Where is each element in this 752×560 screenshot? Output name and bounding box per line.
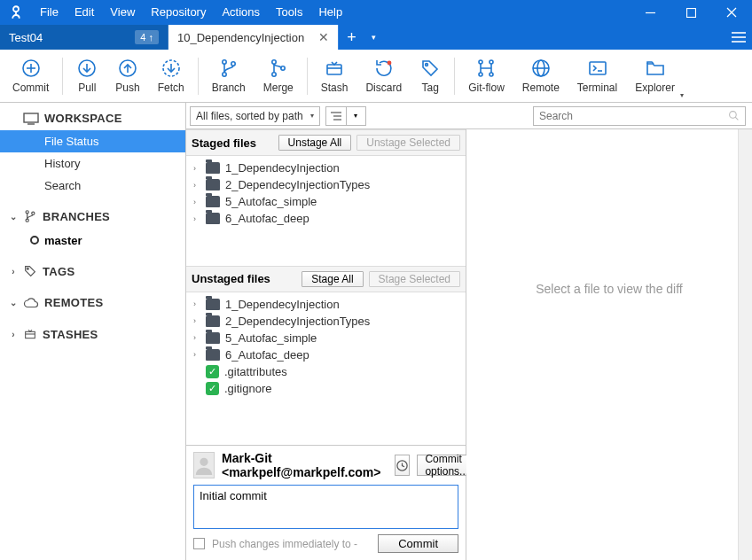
unstage-selected-button[interactable]: Unstage Selected [356,135,460,151]
commit-button[interactable]: Commit [378,534,458,553]
terminal-tool[interactable]: Terminal [568,56,626,96]
file-row[interactable]: ›1_DependecyInjection [186,159,466,176]
chevron-right-icon: › [193,316,200,325]
svg-point-36 [26,211,28,214]
file-row[interactable]: ›1_DependecyInjection [186,296,466,313]
menu-tools[interactable]: Tools [268,0,310,25]
minimize-button[interactable] [630,0,670,25]
search-input[interactable] [539,110,717,122]
file-filter-combo[interactable]: All files, sorted by path ▾ [190,106,320,126]
workspace-header[interactable]: › WORKSPACE [0,106,185,130]
menu-actions[interactable]: Actions [214,0,268,25]
file-row[interactable]: ›✓.gitattributes [186,363,466,380]
svg-point-18 [223,73,226,76]
file-row[interactable]: ›2_DependecyInjectionTypes [186,313,466,330]
commit-history-button[interactable] [395,455,410,476]
tool-label: Push [115,82,139,94]
svg-point-19 [231,62,235,66]
tab-inactive[interactable]: Test04 4 ↑ [0,25,168,50]
svg-point-24 [387,61,391,66]
pane-title: Unstaged files [192,272,270,285]
maximize-button[interactable] [670,0,711,25]
folder-icon [206,315,220,327]
file-row[interactable]: ›✓.gitignore [186,380,466,397]
cloud-icon [23,297,39,309]
branch-tool[interactable]: Branch [203,56,255,96]
stage-selected-button[interactable]: Stage Selected [369,271,460,287]
tool-label: Stash [321,82,349,94]
svg-point-29 [490,73,493,76]
file-name: 5_Autofac_simple [225,331,317,345]
menu-view[interactable]: View [102,0,143,25]
sidebar-item-file-status[interactable]: File Status [0,130,185,152]
stage-all-button[interactable]: Stage All [302,271,363,287]
menu-file[interactable]: File [32,0,67,25]
hamburger-button[interactable] [725,25,752,50]
close-button[interactable] [711,0,752,25]
discard-tool[interactable]: Discard [356,56,411,96]
tool-label: Remote [522,82,560,94]
file-row[interactable]: ›6_Autofac_deep [186,346,466,363]
svg-rect-32 [590,62,606,74]
fetch-tool[interactable]: Fetch [149,56,193,96]
file-row[interactable]: ›5_Autofac_simple [186,330,466,346]
new-tab-dropdown[interactable]: ▾ [364,25,382,50]
menu-repository[interactable]: Repository [143,0,214,25]
commit-tool[interactable]: Commit [4,56,58,96]
unstage-all-button[interactable]: Unstage All [278,135,352,151]
remote-tool[interactable]: Remote [513,56,568,96]
scrollbar[interactable] [738,129,752,560]
push-immediate-checkbox[interactable] [193,538,205,549]
gitflow-tool[interactable]: Git-flow [459,56,513,96]
view-mode-dropdown[interactable]: ▾ [347,106,366,126]
merge-tool[interactable]: Merge [255,56,302,96]
tags-header[interactable]: › TAGS [0,259,185,284]
unstaged-list: ›1_DependecyInjection›2_DependecyInjecti… [186,292,466,445]
added-icon: ✓ [206,365,219,378]
sidebar-item-search[interactable]: Search [0,175,185,197]
sidebar: › WORKSPACE File Status History Search ⌄… [0,103,186,560]
tab-active[interactable]: 10_DependencyInjection ✕ [168,25,338,50]
remotes-header[interactable]: ⌄ REMOTES [0,291,185,315]
button-label: Commit options... [425,453,468,478]
file-row[interactable]: ›2_DependecyInjectionTypes [186,176,466,193]
svg-point-46 [200,458,208,466]
tool-label: Explorer [635,82,675,94]
sidebar-item-history[interactable]: History [0,152,185,175]
push-tool[interactable]: Push [106,56,148,96]
branches-header[interactable]: ⌄ BRANCHES [0,204,185,229]
new-tab-button[interactable]: + [338,25,364,50]
svg-point-20 [272,60,276,64]
tag-tool[interactable]: Tag [411,56,450,96]
close-icon[interactable]: ✕ [318,30,329,44]
folder-icon [206,299,220,310]
stashes-header[interactable]: › STASHES [0,322,185,346]
current-branch-icon [30,236,39,245]
toolbar-overflow[interactable]: ▾ [680,91,684,102]
search-field[interactable] [533,106,746,126]
branch-label: master [44,234,82,247]
file-name: .gitattributes [224,365,287,378]
pull-tool[interactable]: Pull [67,56,106,96]
chevron-right-icon: › [193,299,200,308]
file-row[interactable]: ›5_Autofac_simple [186,193,466,210]
tab-bar: Test04 4 ↑ 10_DependencyInjection ✕ + ▾ [0,25,752,50]
view-mode-button[interactable] [325,106,347,126]
chevron-right-icon: › [193,333,200,342]
stash-tool[interactable]: Stash [312,56,357,96]
svg-point-25 [426,64,428,66]
menu-edit[interactable]: Edit [67,0,102,25]
commit-message-input[interactable] [193,485,458,529]
clock-icon [396,459,409,472]
added-icon: ✓ [206,382,219,395]
menu-help[interactable]: Help [310,0,350,25]
branch-master[interactable]: master [0,229,185,252]
menu-bar: File Edit View Repository Actions Tools … [32,0,350,25]
file-row[interactable]: ›6_Autofac_deep [186,210,466,227]
chevron-right-icon: › [9,267,18,276]
tool-label: Fetch [158,82,184,94]
tag-icon [23,264,37,278]
file-name: .gitignore [224,382,271,395]
explorer-tool[interactable]: Explorer [626,56,684,96]
chevron-right-icon: › [9,330,18,339]
